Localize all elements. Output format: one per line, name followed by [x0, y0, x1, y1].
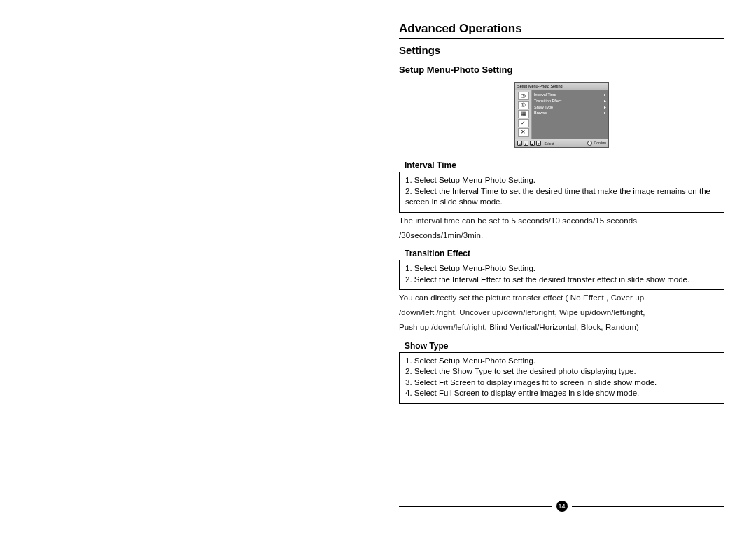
menu-screenshot-wrapper: Setup Menu-Photo Setting ◷ ◎ ▦ ✓ ✕ Inter… [399, 82, 724, 148]
showtype-box: 1. Select Setup Menu-Photo Setting. 2. S… [399, 352, 724, 404]
ok-icon [587, 141, 592, 146]
menu-list: Interval Time▸ Transition Effect▸ Show T… [532, 90, 608, 139]
section-title: Settings [399, 44, 724, 56]
menu-item-interval: Interval Time▸ [534, 92, 606, 98]
sub-title: Setup Menu-Photo Setting [399, 64, 724, 75]
header-rule-bottom [399, 38, 724, 39]
menu-item-showtype: Show Type▸ [534, 104, 606, 111]
transition-note3: Push up /down/left/right, Blind Vertical… [399, 321, 724, 334]
menu-item-browse: Browse▸ [534, 110, 606, 116]
page-footer: 14 [399, 501, 724, 512]
showtype-step2: 2. Select the Show Type to set the desir… [405, 366, 718, 377]
page-header: Advanced Operations [399, 20, 724, 38]
footer-rule-right [572, 506, 725, 507]
transition-heading: Transition Effect [399, 249, 724, 258]
interval-note1: The interval time can be set to 5 second… [399, 215, 724, 228]
interval-box: 1. Select Setup Menu-Photo Setting. 2. S… [399, 172, 724, 213]
clock-icon: ◷ [518, 92, 529, 100]
close-icon: ✕ [518, 128, 529, 137]
transition-step1: 1. Select Setup Menu-Photo Setting. [405, 263, 718, 275]
footer-rule-left [399, 506, 552, 507]
showtype-heading: Show Type [399, 341, 724, 351]
interval-heading: Interval Time [399, 160, 724, 170]
transition-note2: /down/left /right, Uncover up/down/left/… [399, 307, 724, 319]
showtype-step1: 1. Select Setup Menu-Photo Setting. [405, 356, 718, 367]
arrow-up-icon: ▴ [530, 141, 535, 146]
arrow-down-icon: ▾ [536, 141, 541, 146]
interval-step2: 2. Select the Interval Time to set the d… [405, 186, 718, 208]
menu-footer-select: ◂ ▸ ▴ ▾ Select [517, 141, 554, 146]
page-number: 14 [556, 501, 568, 512]
showtype-step3: 3. Select Fit Screen to display images f… [405, 377, 718, 389]
document-page: Advanced Operations Settings Setup Menu-… [399, 18, 724, 405]
arrow-left-icon: ◂ [517, 141, 522, 146]
arrow-right-icon: ▸ [524, 141, 528, 146]
toggle-icon: ◎ [518, 101, 529, 109]
interval-note2: /30seconds/1min/3min. [399, 230, 724, 242]
photo-icon: ▦ [518, 110, 529, 118]
menu-item-transition: Transition Effect▸ [534, 98, 606, 104]
menu-footer: ◂ ▸ ▴ ▾ Select Confirm [515, 139, 608, 147]
menu-caption: Setup Menu-Photo Setting [515, 83, 608, 90]
menu-icon-column: ◷ ◎ ▦ ✓ ✕ [515, 90, 532, 139]
menu-screenshot: Setup Menu-Photo Setting ◷ ◎ ▦ ✓ ✕ Inter… [514, 82, 609, 148]
showtype-step4: 4. Select Full Screen to display entire … [405, 388, 718, 399]
menu-footer-confirm: Confirm [587, 141, 606, 146]
transition-box: 1. Select Setup Menu-Photo Setting. 2. S… [399, 260, 724, 290]
interval-step1: 1. Select Setup Menu-Photo Setting. [405, 175, 718, 186]
check-icon: ✓ [518, 119, 529, 127]
menu-body: ◷ ◎ ▦ ✓ ✕ Interval Time▸ Transition Effe… [515, 90, 608, 139]
header-rule-top [399, 18, 724, 18]
transition-note1: You can directly set the picture transfe… [399, 292, 724, 305]
transition-step2: 2. Select the Interval Effect to set the… [405, 275, 718, 286]
